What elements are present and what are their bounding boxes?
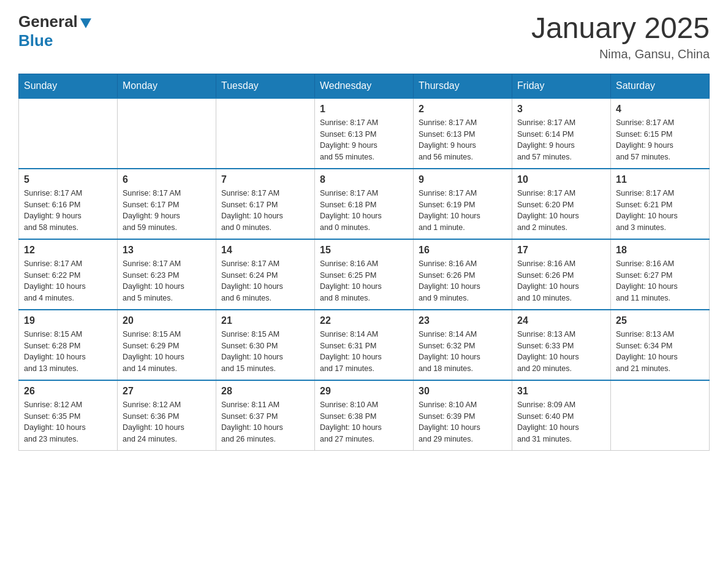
- day-number: 21: [221, 315, 309, 326]
- day-number: 19: [24, 315, 112, 326]
- calendar-day-25: 25Sunrise: 8:13 AM Sunset: 6:34 PM Dayli…: [611, 310, 710, 380]
- page-header: General Blue January 2025 Nima, Gansu, C…: [18, 12, 710, 61]
- calendar-day-3: 3Sunrise: 8:17 AM Sunset: 6:14 PM Daylig…: [512, 98, 611, 169]
- day-info: Sunrise: 8:13 AM Sunset: 6:33 PM Dayligh…: [517, 329, 605, 375]
- logo-triangle-icon: [79, 16, 93, 29]
- weekday-header-thursday: Thursday: [414, 74, 512, 98]
- day-number: 17: [517, 245, 605, 256]
- day-info: Sunrise: 8:09 AM Sunset: 6:40 PM Dayligh…: [517, 399, 605, 445]
- day-number: 12: [24, 245, 112, 256]
- calendar-day-16: 16Sunrise: 8:16 AM Sunset: 6:26 PM Dayli…: [414, 239, 512, 310]
- day-number: 24: [517, 315, 605, 326]
- weekday-header-saturday: Saturday: [611, 74, 710, 98]
- day-info: Sunrise: 8:17 AM Sunset: 6:20 PM Dayligh…: [517, 188, 605, 234]
- day-number: 5: [24, 174, 112, 185]
- calendar-day-15: 15Sunrise: 8:16 AM Sunset: 6:25 PM Dayli…: [315, 239, 414, 310]
- day-number: 20: [123, 315, 211, 326]
- day-info: Sunrise: 8:17 AM Sunset: 6:13 PM Dayligh…: [419, 117, 507, 163]
- week-row-5: 26Sunrise: 8:12 AM Sunset: 6:35 PM Dayli…: [19, 380, 710, 451]
- day-number: 15: [320, 245, 408, 256]
- calendar-day-11: 11Sunrise: 8:17 AM Sunset: 6:21 PM Dayli…: [611, 169, 710, 239]
- day-info: Sunrise: 8:17 AM Sunset: 6:22 PM Dayligh…: [24, 258, 112, 304]
- calendar-day-7: 7Sunrise: 8:17 AM Sunset: 6:17 PM Daylig…: [216, 169, 315, 239]
- week-row-3: 12Sunrise: 8:17 AM Sunset: 6:22 PM Dayli…: [19, 239, 710, 310]
- day-info: Sunrise: 8:17 AM Sunset: 6:16 PM Dayligh…: [24, 188, 112, 234]
- calendar-day-9: 9Sunrise: 8:17 AM Sunset: 6:19 PM Daylig…: [414, 169, 512, 239]
- day-info: Sunrise: 8:17 AM Sunset: 6:21 PM Dayligh…: [616, 188, 704, 234]
- calendar-day-31: 31Sunrise: 8:09 AM Sunset: 6:40 PM Dayli…: [512, 380, 611, 451]
- day-info: Sunrise: 8:16 AM Sunset: 6:26 PM Dayligh…: [517, 258, 605, 304]
- day-number: 6: [123, 174, 211, 185]
- day-number: 22: [320, 315, 408, 326]
- day-info: Sunrise: 8:12 AM Sunset: 6:36 PM Dayligh…: [123, 399, 211, 445]
- day-info: Sunrise: 8:15 AM Sunset: 6:28 PM Dayligh…: [24, 329, 112, 375]
- day-info: Sunrise: 8:16 AM Sunset: 6:25 PM Dayligh…: [320, 258, 408, 304]
- day-info: Sunrise: 8:14 AM Sunset: 6:32 PM Dayligh…: [419, 329, 507, 375]
- day-info: Sunrise: 8:17 AM Sunset: 6:23 PM Dayligh…: [123, 258, 211, 304]
- calendar-day-21: 21Sunrise: 8:15 AM Sunset: 6:30 PM Dayli…: [216, 310, 315, 380]
- day-number: 26: [24, 386, 112, 397]
- day-info: Sunrise: 8:14 AM Sunset: 6:31 PM Dayligh…: [320, 329, 408, 375]
- calendar-day-5: 5Sunrise: 8:17 AM Sunset: 6:16 PM Daylig…: [19, 169, 118, 239]
- day-info: Sunrise: 8:11 AM Sunset: 6:37 PM Dayligh…: [221, 399, 309, 445]
- location-text: Nima, Gansu, China: [531, 47, 710, 61]
- calendar-day-29: 29Sunrise: 8:10 AM Sunset: 6:38 PM Dayli…: [315, 380, 414, 451]
- day-number: 23: [419, 315, 507, 326]
- calendar-day-20: 20Sunrise: 8:15 AM Sunset: 6:29 PM Dayli…: [118, 310, 216, 380]
- calendar-day-18: 18Sunrise: 8:16 AM Sunset: 6:27 PM Dayli…: [611, 239, 710, 310]
- svg-marker-0: [80, 18, 91, 28]
- calendar-day-22: 22Sunrise: 8:14 AM Sunset: 6:31 PM Dayli…: [315, 310, 414, 380]
- empty-cell: [611, 380, 710, 451]
- day-number: 30: [419, 386, 507, 397]
- calendar-day-24: 24Sunrise: 8:13 AM Sunset: 6:33 PM Dayli…: [512, 310, 611, 380]
- day-info: Sunrise: 8:10 AM Sunset: 6:38 PM Dayligh…: [320, 399, 408, 445]
- calendar-day-14: 14Sunrise: 8:17 AM Sunset: 6:24 PM Dayli…: [216, 239, 315, 310]
- day-info: Sunrise: 8:17 AM Sunset: 6:15 PM Dayligh…: [616, 117, 704, 163]
- day-info: Sunrise: 8:15 AM Sunset: 6:29 PM Dayligh…: [123, 329, 211, 375]
- weekday-header-monday: Monday: [118, 74, 216, 98]
- calendar-day-28: 28Sunrise: 8:11 AM Sunset: 6:37 PM Dayli…: [216, 380, 315, 451]
- day-number: 28: [221, 386, 309, 397]
- week-row-2: 5Sunrise: 8:17 AM Sunset: 6:16 PM Daylig…: [19, 169, 710, 239]
- day-info: Sunrise: 8:16 AM Sunset: 6:27 PM Dayligh…: [616, 258, 704, 304]
- calendar-day-26: 26Sunrise: 8:12 AM Sunset: 6:35 PM Dayli…: [19, 380, 118, 451]
- calendar-day-12: 12Sunrise: 8:17 AM Sunset: 6:22 PM Dayli…: [19, 239, 118, 310]
- day-info: Sunrise: 8:12 AM Sunset: 6:35 PM Dayligh…: [24, 399, 112, 445]
- day-info: Sunrise: 8:15 AM Sunset: 6:30 PM Dayligh…: [221, 329, 309, 375]
- day-number: 3: [517, 104, 605, 115]
- day-number: 18: [616, 245, 704, 256]
- calendar-day-10: 10Sunrise: 8:17 AM Sunset: 6:20 PM Dayli…: [512, 169, 611, 239]
- day-number: 7: [221, 174, 309, 185]
- day-info: Sunrise: 8:13 AM Sunset: 6:34 PM Dayligh…: [616, 329, 704, 375]
- empty-cell: [216, 98, 315, 169]
- day-info: Sunrise: 8:10 AM Sunset: 6:39 PM Dayligh…: [419, 399, 507, 445]
- day-number: 10: [517, 174, 605, 185]
- calendar-day-17: 17Sunrise: 8:16 AM Sunset: 6:26 PM Dayli…: [512, 239, 611, 310]
- logo: General Blue: [18, 12, 93, 50]
- calendar-header-row: SundayMondayTuesdayWednesdayThursdayFrid…: [19, 74, 710, 98]
- day-info: Sunrise: 8:17 AM Sunset: 6:24 PM Dayligh…: [221, 258, 309, 304]
- day-number: 29: [320, 386, 408, 397]
- week-row-1: 1Sunrise: 8:17 AM Sunset: 6:13 PM Daylig…: [19, 98, 710, 169]
- calendar-day-30: 30Sunrise: 8:10 AM Sunset: 6:39 PM Dayli…: [414, 380, 512, 451]
- weekday-header-tuesday: Tuesday: [216, 74, 315, 98]
- day-number: 2: [419, 104, 507, 115]
- day-number: 14: [221, 245, 309, 256]
- calendar-day-1: 1Sunrise: 8:17 AM Sunset: 6:13 PM Daylig…: [315, 98, 414, 169]
- empty-cell: [19, 98, 118, 169]
- logo-general-text: General: [18, 12, 78, 31]
- calendar-day-2: 2Sunrise: 8:17 AM Sunset: 6:13 PM Daylig…: [414, 98, 512, 169]
- day-number: 27: [123, 386, 211, 397]
- day-number: 4: [616, 104, 704, 115]
- day-number: 9: [419, 174, 507, 185]
- day-number: 16: [419, 245, 507, 256]
- day-info: Sunrise: 8:17 AM Sunset: 6:17 PM Dayligh…: [123, 188, 211, 234]
- weekday-header-wednesday: Wednesday: [315, 74, 414, 98]
- day-info: Sunrise: 8:17 AM Sunset: 6:14 PM Dayligh…: [517, 117, 605, 163]
- day-number: 8: [320, 174, 408, 185]
- day-number: 13: [123, 245, 211, 256]
- day-number: 11: [616, 174, 704, 185]
- calendar-day-13: 13Sunrise: 8:17 AM Sunset: 6:23 PM Dayli…: [118, 239, 216, 310]
- calendar-day-27: 27Sunrise: 8:12 AM Sunset: 6:36 PM Dayli…: [118, 380, 216, 451]
- calendar-day-4: 4Sunrise: 8:17 AM Sunset: 6:15 PM Daylig…: [611, 98, 710, 169]
